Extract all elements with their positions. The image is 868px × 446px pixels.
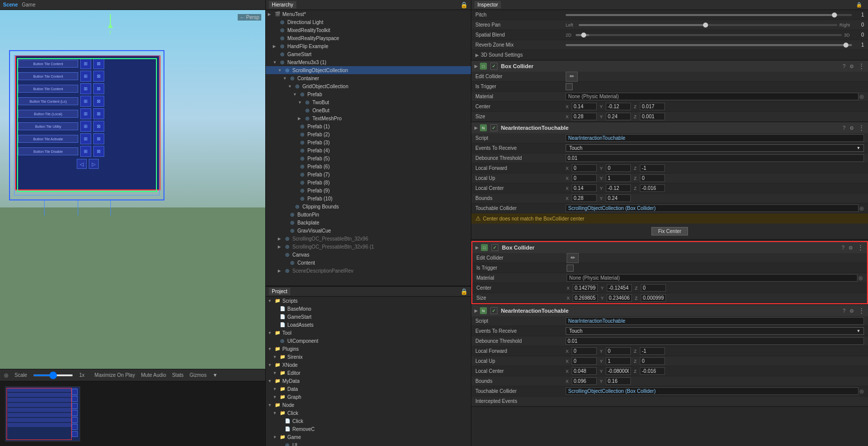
hierarchy-item[interactable]: ◎Prefab (4)	[266, 146, 471, 154]
maximize-btn[interactable]: Maximize On Play	[95, 372, 135, 378]
project-item[interactable]: ◎UI	[266, 441, 471, 446]
ui-icon-6b[interactable]: ⊠	[93, 121, 104, 132]
hierarchy-item[interactable]: ▶◎HandFlip Example	[266, 42, 471, 50]
edit-collider-h-btn[interactable]: ✏	[567, 253, 579, 263]
hierarchy-item[interactable]: ▶◎SceneDescriptionPanelRev	[266, 267, 471, 275]
hierarchy-item[interactable]: ▼◎Prefab	[266, 90, 471, 98]
touchable-top-value[interactable]: ScrollingObjectCollection (Box Collider)	[566, 204, 858, 212]
near-bottom-kebab[interactable]: ⋮	[858, 307, 865, 315]
hierarchy-item[interactable]: ▼◎TwoBut	[266, 98, 471, 106]
box-collider-h-question[interactable]: ?	[841, 245, 844, 251]
box-collider-top-settings[interactable]: ⚙	[849, 64, 854, 69]
reverb-slider[interactable]	[566, 44, 852, 46]
scroll-right[interactable]: ▷	[89, 159, 99, 169]
project-item[interactable]: ▼📁Editor	[266, 369, 471, 377]
scroll-left[interactable]: ◁	[77, 159, 87, 169]
spatial-thumb[interactable]	[581, 33, 586, 38]
touchable-bottom-value[interactable]: ScrollingObjectCollection (Box Collider)	[566, 387, 858, 395]
near-top-settings[interactable]: ⚙	[849, 125, 854, 131]
reverb-thumb[interactable]	[843, 43, 848, 48]
project-item[interactable]: ▼📁XNode	[266, 361, 471, 369]
lf-top-x-input[interactable]	[572, 164, 597, 172]
ui-btn-6[interactable]: Button Tile Utility	[18, 122, 78, 130]
box-collider-h-settings[interactable]: ⚙	[848, 245, 853, 251]
script-bottom-value[interactable]: NearInteractionTouchable	[566, 317, 864, 325]
lc-bottom-x-input[interactable]	[572, 367, 597, 375]
ui-icon-6a[interactable]: ⊞	[80, 121, 91, 132]
project-item[interactable]: ▼📁Graph	[266, 393, 471, 401]
hierarchy-item[interactable]: ◎Prefab (2)	[266, 130, 471, 138]
is-trigger-top-checkbox[interactable]	[566, 83, 573, 90]
scene-tab[interactable]: Scene	[3, 2, 18, 8]
hierarchy-item[interactable]: ◎Content	[266, 259, 471, 267]
near-top-kebab[interactable]: ⋮	[858, 124, 865, 132]
debounce-bottom-input[interactable]	[566, 337, 864, 345]
box-collider-h-checkbox[interactable]: ✓	[491, 244, 498, 251]
ui-btn-7[interactable]: Button Tile Activate	[18, 135, 78, 143]
center-h-y-input[interactable]	[607, 284, 632, 292]
inspector-lock-icon[interactable]: 🔒	[856, 2, 862, 8]
stats-btn[interactable]: Stats	[172, 372, 184, 378]
hierarchy-item[interactable]: ◎Prefab (5)	[266, 154, 471, 162]
hierarchy-item[interactable]: ◎GameStart	[266, 50, 471, 58]
bounds-bottom-x-input[interactable]	[572, 377, 597, 385]
events-top-dropdown[interactable]: Touch ▼	[566, 144, 864, 152]
hierarchy-lock-icon[interactable]: 🔒	[460, 2, 468, 9]
size-top-y-input[interactable]	[606, 113, 631, 120]
hierarchy-item[interactable]: ◎Prefab (8)	[266, 178, 471, 186]
hierarchy-item[interactable]: ◎Directional Light	[266, 18, 471, 26]
edit-collider-top-btn[interactable]: ✏	[566, 72, 578, 82]
ui-btn-2[interactable]: Button Tile Content	[18, 72, 78, 80]
lc-top-y-input[interactable]	[606, 184, 631, 192]
project-item[interactable]: ▼📁Plugins	[266, 345, 471, 353]
lu-bottom-z-input[interactable]	[640, 357, 665, 365]
center-top-z-input[interactable]	[640, 103, 665, 110]
ui-icon-5b[interactable]: ⊠	[93, 108, 104, 119]
inspector-tab[interactable]: Inspector	[474, 1, 501, 9]
size-h-y-input[interactable]	[607, 294, 632, 302]
bounds-bottom-y-input[interactable]	[606, 377, 631, 385]
box-collider-top-checkbox[interactable]: ✓	[490, 63, 497, 70]
lf-top-y-input[interactable]	[606, 164, 631, 172]
ui-icon-7a[interactable]: ⊞	[80, 133, 91, 144]
box-collider-h-kebab[interactable]: ⋮	[857, 244, 864, 252]
hierarchy-item[interactable]: ◎Prefab (9)	[266, 186, 471, 194]
near-top-checkbox[interactable]: ✓	[490, 124, 497, 131]
ui-btn-4[interactable]: Button Tile Content (Lo)	[18, 97, 78, 105]
project-item[interactable]: 📄LoadAssets	[266, 321, 471, 329]
touchable-bottom-picker[interactable]: ◎	[859, 388, 864, 394]
lf-bottom-z-input[interactable]	[640, 347, 665, 355]
hierarchy-item[interactable]: ▼◎GridObjectCollection	[266, 82, 471, 90]
size-top-x-input[interactable]	[572, 113, 597, 120]
hierarchy-item[interactable]: ▼◎NearMenu3x3 (1)	[266, 58, 471, 66]
project-item[interactable]: ◎UIComponent	[266, 337, 471, 345]
project-item[interactable]: ▼📁Data	[266, 385, 471, 393]
lf-bottom-y-input[interactable]	[606, 347, 631, 355]
spatial-blend-slider[interactable]	[576, 34, 842, 36]
lu-bottom-x-input[interactable]	[572, 357, 597, 365]
ui-icon-2a[interactable]: ⊞	[80, 71, 91, 82]
lc-top-x-input[interactable]	[572, 184, 597, 192]
hierarchy-item[interactable]: ▼◎Container	[266, 74, 471, 82]
material-h-picker[interactable]: ◎	[858, 275, 863, 281]
hierarchy-item[interactable]: ◎Prefab (3)	[266, 138, 471, 146]
hierarchy-item[interactable]: ▼◎ScrollingObjectCollection	[266, 66, 471, 74]
box-collider-highlighted-header[interactable]: ▶ □ ✓ Box Collider ? ⚙ ⋮	[472, 242, 867, 253]
project-item[interactable]: 📄GameStart	[266, 313, 471, 321]
bounds-top-x-input[interactable]	[572, 194, 597, 202]
center-h-x-input[interactable]	[573, 284, 598, 292]
pitch-slider-bar[interactable]	[566, 14, 852, 16]
near-bottom-checkbox[interactable]: ✓	[490, 307, 497, 314]
hierarchy-item[interactable]: ◎MixedRealityPlayspace	[266, 34, 471, 42]
project-item[interactable]: ▼📁Tool	[266, 329, 471, 337]
material-h-value[interactable]: None (Physic Material)	[567, 274, 857, 282]
center-h-z-input[interactable]	[641, 284, 666, 292]
project-item[interactable]: 📄Click	[266, 417, 471, 425]
ui-icon-4a[interactable]: ⊞	[80, 96, 91, 107]
hierarchy-item[interactable]: ◎OneBut	[266, 106, 471, 114]
project-tab[interactable]: Project	[269, 288, 290, 295]
ui-icon-3a[interactable]: ⊞	[80, 83, 91, 94]
project-item[interactable]: ▼📁Node	[266, 401, 471, 409]
ui-icon-8b[interactable]: ⊠	[93, 146, 104, 157]
lf-top-z-input[interactable]	[640, 164, 665, 172]
